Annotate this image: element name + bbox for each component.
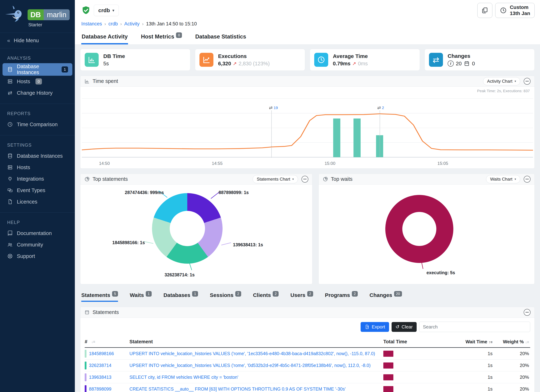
time-range-button[interactable]: Custom 13th Jan bbox=[495, 3, 535, 18]
tab-database-statistics[interactable]: Database Statistics bbox=[195, 30, 246, 45]
statement-link[interactable]: UPSERT INTO vehicle_location_histories V… bbox=[130, 363, 383, 368]
breadcrumb-instances[interactable]: Instances bbox=[81, 21, 102, 27]
statement-id-link[interactable]: 139638413 bbox=[89, 375, 111, 380]
col-wait-time[interactable]: Wait Time bbox=[465, 339, 487, 344]
tab-badge: 1 bbox=[192, 291, 198, 297]
statements-donut[interactable] bbox=[152, 193, 223, 264]
logo-db-badge: DB bbox=[28, 9, 44, 20]
sidebar-item-integrations[interactable]: Integrations bbox=[0, 173, 75, 184]
col-total-time[interactable]: Total Time bbox=[383, 339, 435, 345]
sidebar-item-label: Time Comparison bbox=[17, 122, 58, 127]
col-number[interactable]: # bbox=[85, 339, 87, 345]
section-title: REPORTS bbox=[0, 109, 75, 119]
sidebar-item-support[interactable]: Support bbox=[0, 250, 75, 262]
tab-clients[interactable]: Clients2 bbox=[253, 292, 279, 302]
waits-donut[interactable] bbox=[385, 195, 453, 263]
x-tick: 14:55 bbox=[212, 161, 223, 166]
sort-icon[interactable]: ↓≡ bbox=[525, 340, 529, 344]
x-tick: 14:50 bbox=[99, 161, 110, 166]
statement-color-chip bbox=[85, 385, 86, 392]
search-input[interactable] bbox=[419, 322, 530, 332]
tab-waits[interactable]: Waits1 bbox=[130, 292, 152, 302]
collapse-panel-icon[interactable] bbox=[524, 78, 530, 85]
sidebar-item-time-comparison[interactable]: Time Comparison bbox=[0, 119, 75, 130]
donut-label-executing: executing: 5s bbox=[426, 270, 455, 275]
clear-button[interactable]: ↺ Clear bbox=[392, 322, 417, 332]
statement-id-link[interactable]: 326238714 bbox=[89, 363, 111, 368]
sidebar-item-label: Support bbox=[17, 253, 35, 259]
chevron-down-icon: ▾ bbox=[515, 177, 516, 181]
breadcrumb-separator: › bbox=[142, 21, 144, 26]
sidebar-item-licences[interactable]: Licences bbox=[0, 196, 75, 208]
tab-host-metrics[interactable]: Host Metrics 0 bbox=[140, 30, 182, 45]
hide-menu-button[interactable]: « Hide Menu bbox=[0, 33, 75, 48]
statement-link[interactable]: CREATE STATISTICS __auto__ FROM [63] WIT… bbox=[130, 387, 383, 392]
sidebar: DB marlin Starter « Hide Menu ANALYSIS D… bbox=[0, 0, 75, 392]
total-time-bar bbox=[383, 374, 393, 380]
statements-donut-chart[interactable]: 287474436: 999ms 887898099: 1s 184589816… bbox=[80, 184, 312, 284]
tab-databases[interactable]: Databases1 bbox=[164, 292, 198, 302]
executions-bars bbox=[333, 119, 383, 157]
sort-icon-active[interactable]: ↑≡ bbox=[489, 340, 493, 344]
sidebar-item-change-history[interactable]: ⇄ Change History bbox=[0, 87, 75, 99]
hide-menu-label: Hide Menu bbox=[14, 38, 39, 44]
instance-selector[interactable]: crdb ▾ bbox=[94, 5, 119, 16]
sidebar-item-settings-database-instances[interactable]: Database Instances bbox=[0, 150, 75, 162]
topbar: crdb ▾ Custom 13th Jan bbox=[75, 0, 540, 19]
col-weight[interactable]: Weight % bbox=[503, 339, 524, 344]
top-statements-panel: Top statements Statements Chart ▾ bbox=[80, 174, 312, 284]
collapse-panel-icon[interactable] bbox=[524, 176, 530, 183]
statement-link[interactable]: SELECT city, id FROM vehicles WHERE city… bbox=[130, 375, 383, 380]
statement-link[interactable]: UPSERT INTO vehicle_location_histories V… bbox=[130, 351, 383, 356]
weight-value: 20% bbox=[493, 351, 530, 356]
panel-title: Statements bbox=[93, 309, 119, 315]
bar-chart-icon bbox=[85, 53, 99, 67]
col-statement[interactable]: Statement bbox=[130, 339, 383, 345]
tab-badge: 2 bbox=[273, 291, 279, 297]
copy-link-button[interactable] bbox=[477, 3, 492, 18]
sidebar-item-event-types[interactable]: Event Types bbox=[0, 184, 75, 196]
statements-table: #↓≡ Statement Total Time Wait Time↑≡ Wei… bbox=[85, 336, 530, 392]
tab-database-activity[interactable]: Database Activity bbox=[81, 30, 128, 45]
card-title: Changes bbox=[448, 53, 475, 59]
waits-donut-chart[interactable]: executing: 5s bbox=[319, 184, 535, 284]
server-icon bbox=[7, 164, 13, 170]
card-title: DB Time bbox=[103, 53, 125, 59]
tab-programs[interactable]: Programs2 bbox=[325, 292, 358, 302]
breadcrumb-crdb[interactable]: crdb bbox=[109, 21, 118, 27]
activity-chart-select[interactable]: Activity Chart ▾ bbox=[483, 77, 520, 85]
time-range-mode: Custom bbox=[510, 4, 530, 10]
export-button[interactable]: Export bbox=[361, 322, 389, 332]
card-value: 0.79ms bbox=[333, 61, 350, 67]
activity-chart[interactable]: ⇄19⇄2 bbox=[82, 97, 533, 159]
sidebar-item-hosts[interactable]: Hosts 0 bbox=[0, 76, 75, 87]
collapse-panel-icon[interactable] bbox=[524, 309, 530, 316]
trend-up-icon: ↗ bbox=[233, 61, 237, 66]
top-waits-panel: Top waits Waits Chart ▾ executing: 5s bbox=[319, 174, 535, 284]
sidebar-item-community[interactable]: Community bbox=[0, 239, 75, 250]
total-time-bar bbox=[383, 386, 393, 392]
tab-changes[interactable]: Changes20 bbox=[370, 292, 402, 302]
card-delta: 0ms bbox=[358, 61, 368, 67]
breadcrumb-activity[interactable]: Activity bbox=[124, 21, 140, 27]
waits-chart-select[interactable]: Waits Chart ▾ bbox=[486, 175, 520, 183]
tab-badge: 2 bbox=[352, 291, 358, 297]
tab-sessions[interactable]: Sessions2 bbox=[210, 292, 241, 302]
sidebar-item-database-instances[interactable]: Database Instances 1 bbox=[3, 63, 72, 76]
statement-id-link[interactable]: 1845898166 bbox=[89, 351, 114, 356]
statement-id-link[interactable]: 887898099 bbox=[89, 387, 111, 392]
collapse-panel-icon[interactable] bbox=[301, 176, 308, 183]
main-tabs: Database Activity Host Metrics 0 Databas… bbox=[75, 30, 540, 45]
panel-title: Top statements bbox=[93, 176, 128, 182]
sidebar-item-settings-hosts[interactable]: Hosts bbox=[0, 162, 75, 173]
chevron-down-icon: ▾ bbox=[112, 8, 114, 13]
statements-chart-select[interactable]: Statements Chart ▾ bbox=[253, 175, 298, 183]
tab-statements[interactable]: Statements5 bbox=[81, 292, 118, 302]
total-time-bar bbox=[383, 351, 393, 357]
sort-icon[interactable]: ↓≡ bbox=[91, 340, 95, 344]
sidebar-item-documentation[interactable]: Documentation bbox=[0, 228, 75, 239]
people-icon bbox=[7, 242, 13, 248]
tab-label: Database Statistics bbox=[195, 34, 246, 40]
table-header-row: #↓≡ Statement Total Time Wait Time↑≡ Wei… bbox=[85, 336, 530, 348]
tab-users[interactable]: Users2 bbox=[290, 292, 313, 302]
